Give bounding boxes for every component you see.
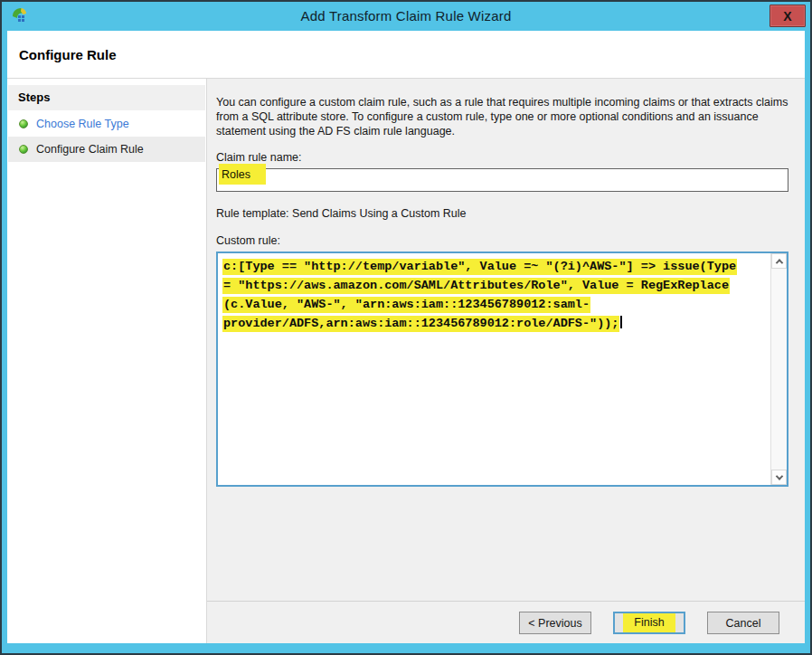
sidebar-item-choose-rule-type[interactable]: Choose Rule Type: [8, 111, 205, 137]
finish-button[interactable]: Finish: [613, 612, 685, 634]
step-label: Configure Claim Rule: [36, 143, 144, 156]
sidebar-item-configure-claim-rule[interactable]: Configure Claim Rule: [8, 137, 205, 162]
previous-button[interactable]: < Previous: [519, 612, 591, 634]
code-line: c:[Type == "http://temp/variable", Value…: [222, 257, 769, 276]
cancel-button[interactable]: Cancel: [707, 612, 779, 634]
main-panel: You can configure a custom claim rule, s…: [207, 79, 805, 643]
vertical-scrollbar[interactable]: [770, 253, 787, 485]
custom-rule-textarea[interactable]: c:[Type == "http://temp/variable", Value…: [216, 252, 788, 487]
chevron-up-icon: [775, 259, 782, 266]
wizard-window: Add Transform Claim Rule Wizard X Config…: [0, 0, 812, 655]
chevron-down-icon: [775, 472, 782, 479]
claim-rule-name-input[interactable]: Roles: [216, 168, 788, 192]
scroll-down-button[interactable]: [771, 470, 787, 485]
step-bullet-icon: [19, 119, 28, 128]
custom-rule-label: Custom rule:: [216, 234, 788, 247]
rule-template-text: Rule template: Send Claims Using a Custo…: [216, 207, 788, 220]
claim-rule-name-label: Claim rule name:: [216, 151, 788, 164]
titlebar[interactable]: Add Transform Claim Rule Wizard X: [2, 2, 810, 29]
scrollbar-track[interactable]: [771, 269, 787, 470]
close-icon: X: [783, 9, 791, 24]
description-text: You can configure a custom claim rule, s…: [216, 95, 788, 138]
button-bar: < Previous Finish Cancel: [207, 601, 805, 643]
claim-rule-name-value: Roles: [219, 164, 266, 185]
page-title: Configure Rule: [7, 31, 805, 79]
close-button[interactable]: X: [770, 5, 806, 27]
code-line: (c.Value, "AWS-", "arn:aws:iam::12345678…: [222, 295, 769, 314]
step-label: Choose Rule Type: [36, 118, 129, 130]
dialog-body: Configure Rule Steps Choose Rule Type Co…: [7, 31, 805, 643]
text-caret: [620, 316, 622, 328]
steps-sidebar: Steps Choose Rule Type Configure Claim R…: [7, 79, 207, 643]
step-bullet-icon: [19, 145, 28, 154]
steps-heading: Steps: [8, 85, 205, 110]
finish-button-label: Finish: [623, 613, 675, 632]
window-title: Add Transform Claim Rule Wizard: [2, 2, 810, 29]
code-line: provider/ADFS,arn:aws:iam::123456789012:…: [222, 314, 769, 333]
code-line: = "https://aws.amazon.com/SAML/Attribute…: [222, 276, 769, 295]
scroll-up-button[interactable]: [771, 253, 787, 269]
custom-rule-code: c:[Type == "http://temp/variable", Value…: [218, 253, 770, 485]
